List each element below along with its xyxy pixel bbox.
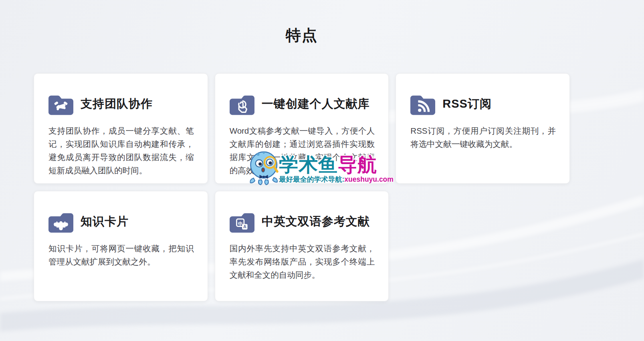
feature-card-rss: RSS订阅 RSS订阅，方便用户订阅关注期刊，并将选中文献一键收藏为文献。: [396, 73, 570, 184]
card-body: 知识卡片，可将网页一键收藏，把知识管理从文献扩展到文献之外。: [48, 242, 194, 268]
feature-card-team-collaboration: 支持团队协作 支持团队协作，成员一键分享文献、笔记，实现团队知识库自动构建和传承…: [34, 73, 208, 184]
translate-folder-icon: 中 A: [230, 211, 254, 233]
card-title: 中英文双语参考文献: [262, 214, 370, 230]
card-title: 知识卡片: [81, 214, 129, 230]
card-body: RSS订阅，方便用户订阅关注期刊，并将选中文献一键收藏为文献。: [410, 124, 556, 150]
handshake-folder-icon: [48, 93, 73, 115]
one-click-folder-icon: [230, 93, 254, 115]
puzzle-folder-icon: [48, 211, 73, 233]
card-title: RSS订阅: [442, 96, 492, 112]
rss-folder-icon: [410, 93, 435, 115]
svg-text:中: 中: [238, 221, 242, 226]
xueshuyu-watermark: 学术鱼导航 最好最全的学术导航:xueshuyu.com: [248, 149, 394, 186]
card-title: 一键创建个人文献库: [262, 96, 370, 112]
feature-cards-grid: 支持团队协作 支持团队协作，成员一键分享文献、笔记，实现团队知识库自动构建和传承…: [34, 73, 570, 301]
card-body: 国内外率先支持中英文双语参考文献，率先发布网络版产品，实现多个终端上文献和全文的…: [230, 242, 375, 281]
card-title: 支持团队协作: [81, 96, 153, 112]
feature-card-knowledge-cards: 知识卡片 知识卡片，可将网页一键收藏，把知识管理从文献扩展到文献之外。: [34, 191, 208, 301]
watermark-tagline: 最好最全的学术导航:xueshuyu.com: [279, 175, 394, 184]
svg-text:A: A: [243, 224, 246, 229]
card-body: 支持团队协作，成员一键分享文献、笔记，实现团队知识库自动构建和传承，避免成员离开…: [48, 124, 194, 177]
octopus-mascot-icon: [248, 149, 281, 186]
watermark-brand: 学术鱼导航: [279, 155, 394, 175]
feature-card-bilingual-references: 中 A 中英文双语参考文献 国内外率先支持中英文双语参考文献，率先发布网络版产品…: [215, 191, 389, 301]
section-title: 特点: [34, 26, 570, 44]
